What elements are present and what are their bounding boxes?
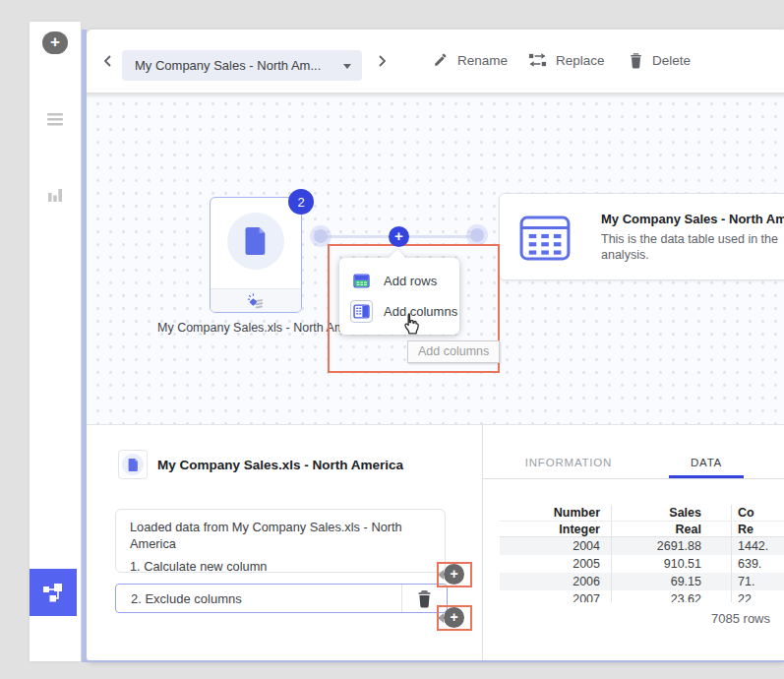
left-sidebar: + [30,22,81,661]
bottom-panel-divider [87,424,784,425]
pencil-icon [433,52,449,68]
rename-label: Rename [457,53,508,68]
canvas-toolbar: My Company Sales - North Am... Rename Re… [87,30,784,93]
cell: 2006 [500,573,611,590]
replace-label: Replace [556,53,605,68]
data-table-node-title: My Company Sales - North America [601,212,784,226]
replace-button[interactable]: Replace [528,52,605,68]
delete-button[interactable]: Delete [629,52,691,69]
data-preview-table[interactable]: Number Sales Co Integer Real Re 2004 269… [500,505,784,602]
history-card[interactable]: Loaded data from My Company Sales.xls - … [115,509,446,573]
add-button[interactable]: + [42,31,68,54]
data-table-node[interactable]: My Company Sales - North America This is… [499,193,784,280]
insert-transformation-button[interactable]: + [389,226,409,247]
document-icon [128,459,139,471]
document-icon [244,227,268,255]
column-name: Co [731,505,784,521]
history-step-1: 1. Calculate new column [130,558,431,575]
cell: 2007 [500,590,611,602]
cell: 2005 [500,555,611,573]
file-node-footer [211,288,301,312]
chevron-down-icon [343,64,351,69]
data-canvas-icon [41,581,65,604]
column-name: Sales [611,505,731,521]
data-canvas-tab[interactable] [30,569,77,616]
plus-icon: + [450,566,457,582]
source-file-node[interactable] [210,197,302,313]
row-count: 7085 rows [618,611,770,626]
selected-step-label: 2. Exclude columns [116,591,401,606]
cell: 639. [731,555,784,573]
selected-step-card[interactable]: 2. Exclude columns [115,584,448,613]
cell: 2004 [500,537,611,555]
table-row: 2007 23.62 22 [500,590,784,602]
forward-chevron-icon[interactable] [375,54,389,68]
menu-item-add-rows[interactable]: Add rows [339,266,459,296]
pages-icon[interactable] [45,110,65,130]
transform-icon [247,292,265,310]
hand-cursor-icon [397,311,423,337]
panel-left-accent-border [82,30,87,662]
connector-dot-right[interactable] [470,228,484,242]
source-table-dropdown[interactable]: My Company Sales - North Am... [122,50,362,81]
data-table-icon [517,211,573,266]
cell: 910.51 [611,555,731,573]
tabs-bottom-line [483,478,784,479]
add-rows-icon [350,270,373,292]
file-node-avatar [227,213,284,270]
add-step-button-2[interactable]: + [444,607,464,628]
column-type: Real [611,522,731,536]
add-columns-icon [350,300,373,323]
history-loaded-text: Loaded data from My Company Sales.xls - … [130,519,431,552]
panel-bottom-accent-border [82,660,784,662]
trash-icon [416,589,433,608]
cell: 69.15 [611,573,731,590]
menu-item-label: Add rows [384,274,437,288]
plus-icon: + [394,227,403,244]
source-title: My Company Sales.xls - North America [157,458,403,472]
table-header-names: Number Sales Co [500,505,784,522]
node-count-badge: 2 [288,189,314,215]
rename-button[interactable]: Rename [433,52,508,68]
swap-arrows-icon [528,52,547,68]
plus-icon: + [50,32,60,51]
connector-dot-left[interactable] [314,229,328,243]
bar-chart-icon[interactable] [45,185,65,205]
table-row: 2005 910.51 639. [500,555,784,573]
trash-icon [629,52,643,69]
tab-information[interactable]: INFORMATION [519,457,618,468]
data-canvas-panel: My Company Sales - North Am... Rename Re… [87,30,784,662]
tooltip: Add columns [407,340,500,363]
cell: 23.62 [611,590,731,602]
table-row: 2006 69.15 71. [500,573,784,590]
back-chevron-icon[interactable] [101,54,115,68]
add-step-button-1[interactable]: + [444,564,464,585]
active-tab-underline [669,475,744,478]
delete-label: Delete [652,53,691,68]
cell: 71. [731,573,784,590]
plus-icon: + [450,609,457,625]
tab-data[interactable]: DATA [672,457,741,468]
details-preview-divider [482,424,483,662]
column-type: Re [731,522,784,536]
table-row: 2004 2691.88 1442. [500,537,784,555]
cell: 2691.88 [611,537,731,555]
data-table-node-description: This is the data table used in the analy… [601,231,784,263]
cell: 1442. [731,537,784,555]
source-avatar [122,454,144,475]
source-tile [118,450,148,479]
column-type: Integer [500,522,611,536]
table-header-types: Integer Real Re [500,522,784,537]
source-table-dropdown-value: My Company Sales - North Am... [135,58,321,73]
column-name: Number [500,505,611,521]
cell: 22 [731,590,784,602]
